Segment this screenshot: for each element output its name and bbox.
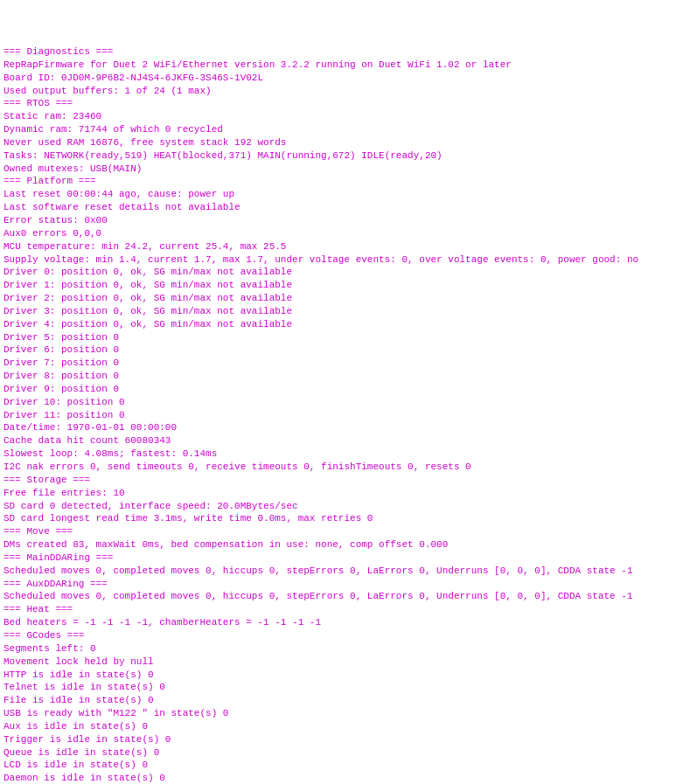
terminal-output: === Diagnostics === RepRapFirmware for D… <box>3 45 694 784</box>
